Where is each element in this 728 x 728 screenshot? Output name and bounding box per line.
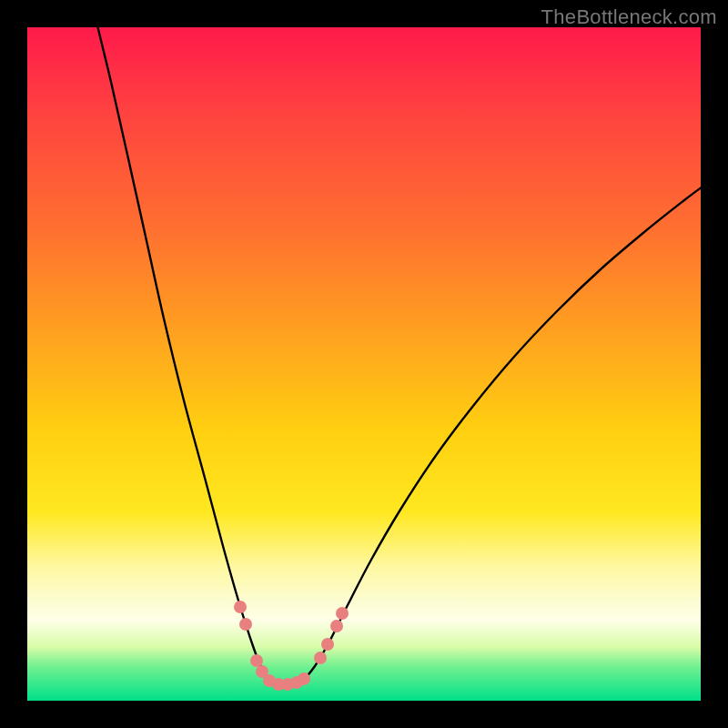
curve-marker xyxy=(250,654,263,667)
curve-marker xyxy=(298,672,310,685)
chart-plot-area xyxy=(27,27,701,701)
bottleneck-curve-line xyxy=(96,27,701,685)
chart-svg xyxy=(27,27,701,701)
watermark-text: TheBottleneck.com xyxy=(541,5,717,29)
curve-marker xyxy=(330,620,343,632)
curve-markers-group xyxy=(234,601,349,691)
curve-marker xyxy=(336,607,349,620)
curve-marker xyxy=(234,601,247,613)
curve-marker xyxy=(314,652,327,664)
curve-marker xyxy=(239,618,252,631)
curve-marker xyxy=(321,638,334,651)
